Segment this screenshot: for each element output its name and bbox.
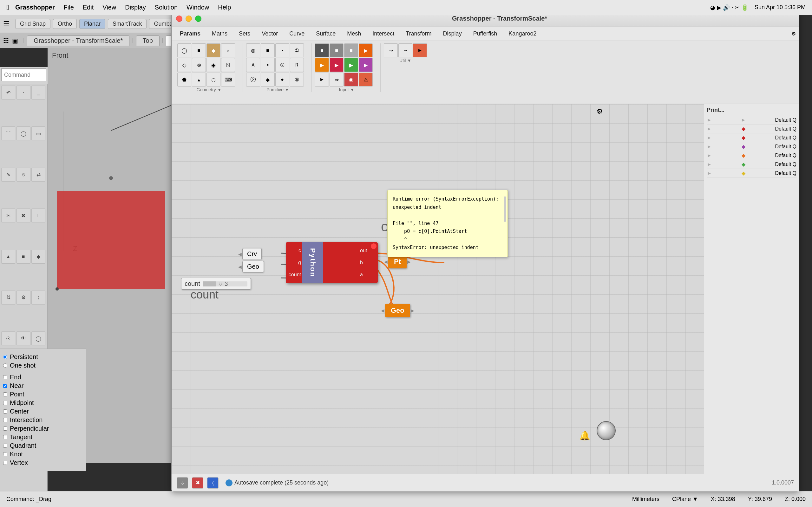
geo-node[interactable]: ◀ Geo [238, 261, 264, 273]
input-icon-9[interactable]: ► [315, 72, 329, 87]
snap-perpendicular[interactable]: Perpendicular [3, 425, 83, 432]
snap-center[interactable]: Center [3, 408, 83, 415]
gh-menu-transform[interactable]: Transform [401, 29, 437, 38]
line-tool[interactable]: ⎯ [32, 86, 45, 100]
snap-persistent[interactable]: Persistent [3, 353, 83, 360]
bell-icon[interactable]: 🔔 [579, 430, 590, 441]
prim-icon-7[interactable]: ② [275, 58, 289, 72]
prim-icon-2[interactable]: ■ [261, 43, 275, 57]
input-icon-8[interactable]: ▶ [359, 58, 373, 72]
input-icon-2[interactable]: ■ [329, 43, 344, 57]
grid-snap-button[interactable]: Grid Snap [15, 19, 50, 29]
snap-oneshot[interactable]: One shot [3, 362, 83, 369]
snap-end[interactable]: End [3, 374, 83, 381]
menu-grasshopper[interactable]: Grasshopper [15, 4, 55, 11]
gh-menu-mesh[interactable]: Mesh [342, 29, 366, 38]
sidebar-toggle[interactable]: ☰ [3, 20, 9, 28]
rect-tool[interactable]: ▭ [32, 126, 45, 140]
geo-icon-10[interactable]: ▴ [192, 72, 206, 87]
gh-menu-pufferfish[interactable]: Pufferfish [468, 29, 502, 38]
render-tool[interactable]: ☉ [1, 331, 15, 345]
ortho-button[interactable]: Ortho [53, 19, 77, 29]
curve-tool[interactable]: ∿ [1, 168, 15, 181]
util-icon-1[interactable]: ⇒ [384, 43, 398, 57]
close-button[interactable] [176, 15, 183, 22]
freeform-tool[interactable]: ⎋ [16, 168, 31, 181]
canvas-right-settings[interactable]: ⚙ [597, 107, 603, 116]
prim-icon-9[interactable]: ⑵ [246, 72, 260, 87]
geo-icon-5[interactable]: ◇ [177, 58, 191, 72]
gh-menu-surface[interactable]: Surface [311, 29, 341, 38]
circle-tool[interactable]: ◯ [16, 126, 31, 140]
gh-settings-icon[interactable]: ⚙ [792, 31, 796, 37]
prim-icon-3[interactable]: ▪ [275, 43, 289, 57]
point-tool[interactable]: ⋅ [16, 86, 31, 100]
menu-help[interactable]: Help [218, 4, 231, 11]
geo-icon-9[interactable]: ⬟ [177, 72, 191, 87]
snap-quadrant[interactable]: Quadrant [3, 442, 83, 449]
input-icon-5[interactable]: ▶ [315, 58, 329, 72]
gh-menu-sets[interactable]: Sets [234, 29, 255, 38]
tab-top[interactable]: Top [136, 36, 159, 46]
arc-tool[interactable]: ⌒ [1, 126, 15, 140]
split-tool[interactable]: ✖ [16, 209, 31, 222]
dimension-tool[interactable]: 〈 [32, 291, 45, 304]
geo-icon-11[interactable]: ◌ [206, 72, 220, 87]
prim-icon-10[interactable]: ◆ [261, 72, 275, 87]
maximize-button[interactable] [195, 15, 201, 22]
menu-view[interactable]: View [102, 4, 116, 11]
prim-icon-11[interactable]: ● [275, 72, 289, 87]
prim-icon-1[interactable]: ◍ [246, 43, 260, 57]
prim-icon-8[interactable]: Ｒ [290, 58, 304, 72]
menu-solution[interactable]: Solution [155, 4, 177, 11]
menu-edit[interactable]: Edit [83, 4, 94, 11]
gh-menu-curve[interactable]: Curve [284, 29, 310, 38]
python-node[interactable]: c g count Python out b a [286, 242, 378, 283]
extrude-tool[interactable]: ▲ [1, 250, 15, 264]
input-icon-4[interactable]: ▶ [359, 43, 373, 57]
offset-tool[interactable]: ⇄ [32, 168, 45, 181]
snap-vertex[interactable]: Vertex [3, 459, 83, 466]
transform-tool[interactable]: ⇅ [1, 291, 15, 304]
input-icon-11[interactable]: ◉ [344, 72, 358, 87]
input-icon-12[interactable]: ⚠ [359, 72, 373, 87]
input-icon-3[interactable]: ■ [344, 43, 358, 57]
solid-tool[interactable]: ■ [16, 250, 31, 264]
mesh-tool[interactable]: ◆ [32, 250, 45, 264]
snap-tangent[interactable]: Tangent [3, 434, 83, 441]
geo-node-body[interactable]: Geo [242, 261, 264, 273]
planar-button[interactable]: Planar [79, 19, 105, 29]
geo-icon-7[interactable]: ◉ [206, 58, 220, 72]
geo-icon-3[interactable]: ◆ [206, 43, 220, 57]
geo-icon-1[interactable]: ◯ [177, 43, 191, 57]
gh-menu-kangaroo2[interactable]: Kangaroo2 [503, 29, 542, 38]
viewport-frame-icon[interactable]: ▣ [12, 37, 18, 44]
prim-icon-12[interactable]: ⑤ [290, 72, 304, 87]
minimize-button[interactable] [186, 15, 192, 22]
snap-intersection[interactable]: Intersection [3, 416, 83, 424]
gh-canvas[interactable]: count ♢ 3 ◀ Crv ◀ Geo c g c [171, 104, 705, 478]
view-tool[interactable]: 👁 [16, 331, 31, 345]
menu-file[interactable]: File [64, 4, 74, 11]
fillet-tool[interactable]: ∟ [32, 209, 45, 222]
prim-icon-5[interactable]: Ａ [246, 58, 260, 72]
geo-icon-8[interactable]: ⍂ [221, 58, 235, 72]
snap-knot[interactable]: Knot [3, 451, 83, 458]
smarttrack-button[interactable]: SmartTrack [108, 19, 147, 29]
gh-menu-intersect[interactable]: Intersect [367, 29, 399, 38]
gh-bottom-btn2[interactable]: ✖ [192, 477, 203, 489]
input-icon-6[interactable]: ▶ [329, 58, 344, 72]
gh-menu-maths[interactable]: Maths [207, 29, 233, 38]
input-icon-10[interactable]: ⇒ [329, 72, 344, 87]
gh-menu-params[interactable]: Params [175, 29, 206, 38]
gh-menu-display[interactable]: Display [438, 29, 467, 38]
menu-display[interactable]: Display [125, 4, 146, 11]
geo-icon-12[interactable]: ⌨ [221, 72, 235, 87]
tab-perspective[interactable]: Grasshopper - TransformScale* [27, 36, 130, 46]
geo-out-node-body[interactable]: Geo [385, 304, 410, 317]
snap-near[interactable]: Near [3, 382, 83, 389]
prim-icon-4[interactable]: ① [290, 43, 304, 57]
gh-menu-vector[interactable]: Vector [257, 29, 283, 38]
select-tool[interactable]: ↶ [1, 86, 15, 100]
util-icon-2[interactable]: → [398, 43, 412, 57]
